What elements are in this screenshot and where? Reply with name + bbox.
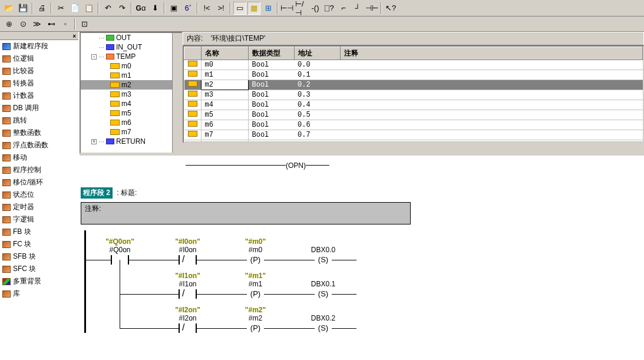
tree-item[interactable]: m2 [81, 80, 181, 90]
category-item[interactable]: 位逻辑 [0, 52, 78, 65]
category-item[interactable]: 浮点数函数 [0, 139, 78, 151]
prev-icon[interactable]: !< [200, 2, 213, 15]
branch-close-icon[interactable]: ┘ [351, 2, 364, 15]
category-item[interactable]: 新建程序段 [0, 40, 78, 52]
table-row[interactable]: m6Bool0.6 [184, 120, 643, 130]
category-item[interactable]: SFC 块 [0, 263, 78, 275]
help-icon[interactable]: ↖? [384, 2, 397, 15]
table-row[interactable]: m7Bool0.7 [184, 130, 643, 140]
tree-item[interactable]: m0 [81, 61, 181, 71]
category-item[interactable]: 比较器 [0, 65, 78, 77]
table-row[interactable]: m3Bool0.3 [184, 90, 643, 100]
detail-icon[interactable]: ▦ [247, 2, 260, 15]
network-comment[interactable]: 注释: [81, 202, 411, 224]
ladder-element[interactable]: "#I0on"#I0on/ [154, 237, 222, 265]
table-header[interactable]: 数据类型 [248, 47, 294, 60]
undo-icon[interactable]: ↶ [101, 2, 114, 15]
box-icon[interactable]: ⎕? [323, 2, 336, 15]
ladder-diagram[interactable]: "#Q0on"#Q0on"#I0on"#I0on/"#m0"#m0(P)DBX0… [84, 230, 644, 333]
category-item[interactable]: 状态位 [0, 189, 78, 201]
ladder-element[interactable] [86, 322, 154, 333]
network-title-label[interactable]: : 标题: [117, 189, 137, 197]
coil-icon[interactable]: -() [309, 2, 322, 15]
table-row[interactable] [184, 140, 643, 142]
table-row[interactable]: m2Bool0.2 [184, 80, 643, 90]
ladder-element[interactable]: DBX0.0(S) [289, 246, 357, 265]
ladder-rung[interactable]: "#Q0on"#Q0on"#I0on"#I0on/"#m0"#m0(P)DBX0… [84, 230, 644, 265]
tree-item[interactable]: +···RETURN [81, 137, 181, 146]
table-row[interactable]: m1Bool0.1 [184, 70, 643, 80]
cut-icon[interactable]: ✂ [54, 2, 67, 15]
ladder-element[interactable]: "#I1on"#I1on/ [154, 272, 222, 299]
table-row[interactable]: m4Bool0.4 [184, 100, 643, 110]
t2-btn2[interactable]: ⊙ [16, 18, 29, 31]
close-icon[interactable]: × [72, 33, 78, 39]
tree-item[interactable]: m1 [81, 71, 181, 80]
tree-item[interactable]: m3 [81, 90, 181, 99]
expand-icon[interactable]: + [91, 139, 97, 144]
t2-btn6[interactable]: ⊡ [78, 18, 91, 31]
ladder-element[interactable]: "#m0"#m0(P) [222, 237, 289, 265]
category-item[interactable]: FB 块 [0, 226, 78, 238]
binoculars-icon[interactable]: 6ʹ [181, 2, 194, 15]
t2-btn4[interactable]: ⊷ [45, 18, 58, 31]
table-row[interactable]: m5Bool0.5 [184, 110, 643, 120]
view-icon[interactable]: ▣ [167, 2, 180, 15]
category-item[interactable]: FC 块 [0, 238, 78, 250]
category-list[interactable]: 新建程序段位逻辑比较器转换器计数器DB 调用跳转整数函数浮点数函数移动程序控制移… [0, 40, 78, 360]
t2-btn3[interactable]: ≫ [31, 18, 44, 31]
ladder-element[interactable]: "#I2on"#I2on/ [154, 306, 222, 333]
next-icon[interactable]: >! [214, 2, 227, 15]
t2-btn5[interactable]: ◦ [59, 18, 72, 31]
ladder-editor[interactable]: (OPN) 程序段 2 : 标题: 注释: "#Q0on"#Q0on"#I0on… [80, 156, 644, 360]
table-header[interactable] [184, 47, 202, 60]
category-item[interactable]: 移位/循环 [0, 176, 78, 189]
category-item[interactable]: 多重背景 [0, 275, 78, 288]
category-item[interactable]: 转换器 [0, 77, 78, 90]
table-header[interactable]: 名称 [201, 47, 248, 60]
category-item[interactable]: 程序控制 [0, 164, 78, 176]
tree-item[interactable]: m4 [81, 99, 181, 108]
interface-tree[interactable]: ···OUT···IN_OUT-···TEMPm0m1m2m3m4m5m6m7+… [80, 32, 183, 154]
print-icon[interactable]: 🖨 [35, 2, 48, 15]
tree-item[interactable]: m5 [81, 108, 181, 118]
paste-icon[interactable]: 📋 [82, 2, 95, 15]
category-item[interactable]: 跳转 [0, 114, 78, 127]
ladder-element[interactable]: DBX0.1(S) [289, 280, 357, 299]
overview-icon[interactable]: ⊞ [262, 2, 275, 15]
tree-item[interactable]: -···TEMP [81, 52, 181, 61]
open-icon[interactable]: 📂 [2, 2, 15, 15]
ladder-element[interactable]: "#m1"#m1(P) [222, 272, 289, 299]
category-item[interactable]: 整数函数 [0, 127, 78, 139]
download-icon[interactable]: ⬇ [148, 2, 161, 15]
tree-item[interactable]: ···OUT [81, 33, 181, 42]
tree-scrollbar[interactable] [172, 33, 181, 153]
tree-item[interactable]: ···IN_OUT [81, 42, 181, 52]
table-row[interactable]: m0Bool0.0 [184, 60, 643, 70]
expand-icon[interactable]: - [91, 54, 97, 60]
category-item[interactable]: 移动 [0, 151, 78, 164]
table-header[interactable]: 地址 [294, 47, 340, 60]
network-label[interactable]: 程序段 2 [81, 187, 113, 199]
category-item[interactable]: 定时器 [0, 201, 78, 213]
category-item[interactable]: 字逻辑 [0, 213, 78, 226]
branch-open-icon[interactable]: ⌐ [337, 2, 350, 15]
table-header[interactable]: 注释 [340, 47, 643, 60]
window-icon[interactable]: ▭ [233, 2, 246, 15]
ladder-element[interactable]: "#m2"#m2(P) [222, 306, 289, 333]
ladder-rung[interactable]: "#I1on"#I1on/"#m1"#m1(P)DBX0.1(S) [84, 265, 644, 299]
category-item[interactable]: 计数器 [0, 90, 78, 102]
redo-icon[interactable]: ↷ [115, 2, 128, 15]
copy-icon[interactable]: 📄 [68, 2, 81, 15]
t2-btn1[interactable]: ⊕ [2, 18, 15, 31]
tree-item[interactable]: m7 [81, 127, 181, 137]
ladder-element[interactable]: DBX0.2(S) [289, 314, 357, 333]
goto-icon[interactable]: Gα [134, 2, 147, 15]
variable-table[interactable]: 名称数据类型地址注释m0Bool0.0m1Bool0.1m2Bool0.2m3B… [183, 45, 644, 143]
category-item[interactable]: 库 [0, 288, 78, 300]
category-item[interactable]: DB 调用 [0, 102, 78, 114]
category-item[interactable]: SFB 块 [0, 250, 78, 263]
connect-icon[interactable]: ⊣⊢ [365, 2, 378, 15]
save-icon[interactable]: 💾 [16, 2, 29, 15]
contact-no-icon[interactable]: ⊢⊣ [280, 2, 293, 15]
